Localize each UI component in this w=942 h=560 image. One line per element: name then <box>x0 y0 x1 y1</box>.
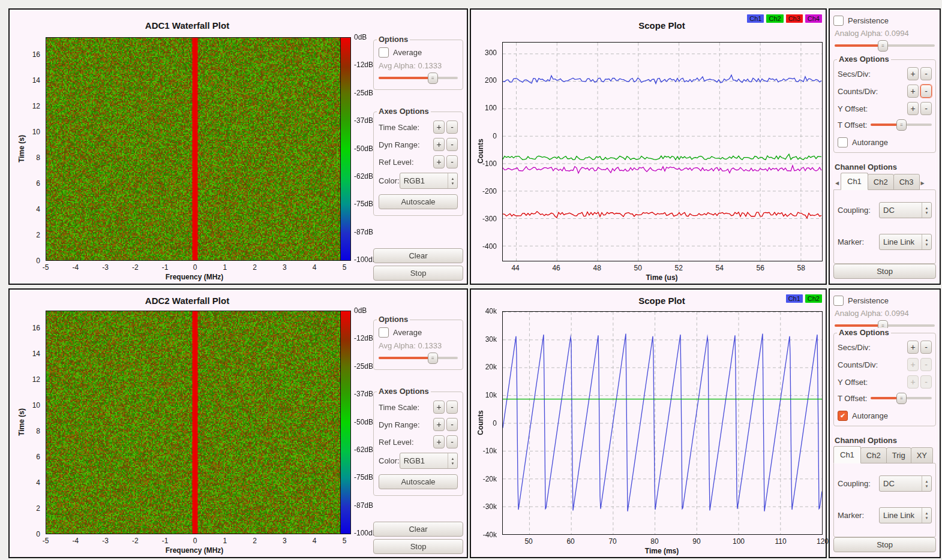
secs-div-minus-button[interactable]: - <box>920 67 932 80</box>
scope-canvas[interactable] <box>503 312 822 534</box>
spinner-up-icon[interactable]: ▲ <box>925 480 929 483</box>
checkbox-checked-icon[interactable]: ✔ <box>838 411 848 421</box>
color-row: Color: RGB1 ▲▼ <box>379 173 458 189</box>
tab-trig[interactable]: Trig <box>886 447 911 463</box>
t-offset-slider[interactable] <box>871 393 932 404</box>
counts-div-label: Counts/Div: <box>838 360 878 369</box>
spinner-down-icon[interactable]: ▼ <box>925 484 929 488</box>
spinner-up-icon[interactable]: ▲ <box>451 177 455 180</box>
autoscale-button[interactable]: Autoscale <box>379 474 458 489</box>
secs-div-plus-button[interactable]: + <box>907 341 919 354</box>
stop-button[interactable]: Stop <box>373 539 463 554</box>
ref-level-minus-button[interactable]: - <box>446 435 458 448</box>
slider-handle[interactable] <box>428 353 438 364</box>
checkbox-icon[interactable] <box>838 137 848 147</box>
coupling-select[interactable]: DC ▲▼ <box>879 202 932 218</box>
average-checkbox-row[interactable]: Average <box>379 327 458 338</box>
autorange-checkbox-row[interactable]: Autorange <box>838 137 932 147</box>
dyn-range-minus-button[interactable]: - <box>446 138 458 151</box>
time-scale-minus-button[interactable]: - <box>446 401 458 414</box>
ref-level-minus-button[interactable]: - <box>446 155 458 168</box>
y-tick-label: 8 <box>36 153 40 162</box>
dyn-range-plus-button[interactable]: + <box>433 418 445 431</box>
slider-handle[interactable] <box>878 40 888 52</box>
persistence-checkbox-row[interactable]: Persistence <box>833 16 936 26</box>
avg-alpha-slider[interactable] <box>379 73 458 83</box>
waterfall-canvas[interactable] <box>46 311 344 534</box>
spinner-up-icon[interactable]: ▲ <box>925 238 929 242</box>
checkbox-icon[interactable] <box>379 327 389 338</box>
checkbox-icon[interactable] <box>379 47 389 58</box>
stop-button[interactable]: Stop <box>833 537 936 552</box>
scope-plot-area[interactable] <box>502 42 823 261</box>
checkbox-icon[interactable] <box>833 16 844 26</box>
slider-handle[interactable] <box>896 119 907 131</box>
stop-button[interactable]: Stop <box>833 264 936 279</box>
marker-select[interactable]: Line Link ▲▼ <box>879 234 932 250</box>
tab-xy[interactable]: XY <box>911 447 933 463</box>
average-checkbox-row[interactable]: Average <box>379 47 458 58</box>
analog-alpha-slider[interactable] <box>835 40 935 50</box>
y-offset-plus-button[interactable]: + <box>907 102 919 115</box>
ref-level-plus-button[interactable]: + <box>433 155 445 168</box>
stop-button[interactable]: Stop <box>373 266 463 281</box>
spinner-arrows-icon[interactable]: ▲▼ <box>448 453 457 468</box>
secs-div-minus-button[interactable]: - <box>920 341 932 354</box>
spinner-up-icon[interactable]: ▲ <box>451 457 455 460</box>
scope-canvas[interactable] <box>503 43 822 261</box>
x-tick-label: -4 <box>72 263 79 272</box>
spinner-arrows-icon[interactable]: ▲▼ <box>922 203 931 218</box>
clear-button[interactable]: Clear <box>373 522 463 537</box>
color-select[interactable]: RGB1 ▲▼ <box>400 173 458 189</box>
counts-div-minus-button[interactable]: - <box>920 85 932 98</box>
app-window: ADC1 Waterfall Plot Time (s) 02468101214… <box>0 0 942 560</box>
scope-plot-area[interactable] <box>502 311 823 535</box>
coupling-select[interactable]: DC ▲▼ <box>879 475 932 492</box>
autoscale-button[interactable]: Autoscale <box>379 194 458 209</box>
spinner-down-icon[interactable]: ▼ <box>925 211 929 215</box>
t-offset-slider[interactable] <box>871 119 932 130</box>
spinner-arrows-icon[interactable]: ▲▼ <box>922 476 931 491</box>
dyn-range-minus-button[interactable]: - <box>446 418 458 431</box>
avg-alpha-slider[interactable] <box>379 353 458 363</box>
spinner-arrows-icon[interactable]: ▲▼ <box>922 508 931 523</box>
spinner-down-icon[interactable]: ▼ <box>925 516 929 520</box>
time-scale-minus-button[interactable]: - <box>446 121 458 134</box>
counts-div-plus-button[interactable]: + <box>907 85 919 98</box>
spinner-down-icon[interactable]: ▼ <box>925 243 929 246</box>
checkbox-icon[interactable] <box>833 296 844 306</box>
slider-handle[interactable] <box>896 393 907 404</box>
spinner-arrows-icon[interactable]: ▲▼ <box>448 173 457 188</box>
spinner-up-icon[interactable]: ▲ <box>925 511 929 515</box>
analog-alpha-slider[interactable] <box>835 320 935 323</box>
coupling-row: Coupling: DC ▲▼ <box>838 202 932 218</box>
spinner-down-icon[interactable]: ▼ <box>451 462 455 465</box>
slider-handle[interactable] <box>428 73 438 84</box>
autorange-checkbox-row[interactable]: ✔ Autorange <box>838 411 932 421</box>
waterfall-plot-area[interactable] <box>46 311 344 534</box>
spinner-arrows-icon[interactable]: ▲▼ <box>922 234 931 249</box>
tab-scroll-left-icon[interactable]: ◀ <box>833 180 841 190</box>
tab-ch3[interactable]: Ch3 <box>893 174 920 190</box>
tab-ch2[interactable]: Ch2 <box>868 174 894 190</box>
time-scale-plus-button[interactable]: + <box>433 121 445 134</box>
tab-ch1[interactable]: Ch1 <box>833 446 861 463</box>
tab-scroll-right-icon[interactable]: ▶ <box>919 180 926 190</box>
spinner-down-icon[interactable]: ▼ <box>451 182 455 185</box>
ref-level-plus-button[interactable]: + <box>433 435 445 448</box>
marker-select[interactable]: Line Link ▲▼ <box>879 507 932 523</box>
secs-div-plus-button[interactable]: + <box>907 67 919 80</box>
waterfall-plot-area[interactable] <box>46 37 344 261</box>
persistence-checkbox-row[interactable]: Persistence <box>833 296 936 306</box>
y-offset-minus-button[interactable]: - <box>920 102 932 115</box>
tab-ch1[interactable]: Ch1 <box>841 173 868 190</box>
color-row: Color: RGB1 ▲▼ <box>379 453 458 469</box>
time-scale-plus-button[interactable]: + <box>433 401 445 414</box>
dyn-range-plus-button[interactable]: + <box>433 138 445 151</box>
color-select[interactable]: RGB1 ▲▼ <box>400 453 458 469</box>
spinner-up-icon[interactable]: ▲ <box>925 206 929 210</box>
avg-alpha-label: Avg Alpha: 0.1333 <box>379 61 458 70</box>
waterfall-canvas[interactable] <box>46 38 344 260</box>
tab-ch2[interactable]: Ch2 <box>860 447 887 463</box>
clear-button[interactable]: Clear <box>373 248 463 263</box>
